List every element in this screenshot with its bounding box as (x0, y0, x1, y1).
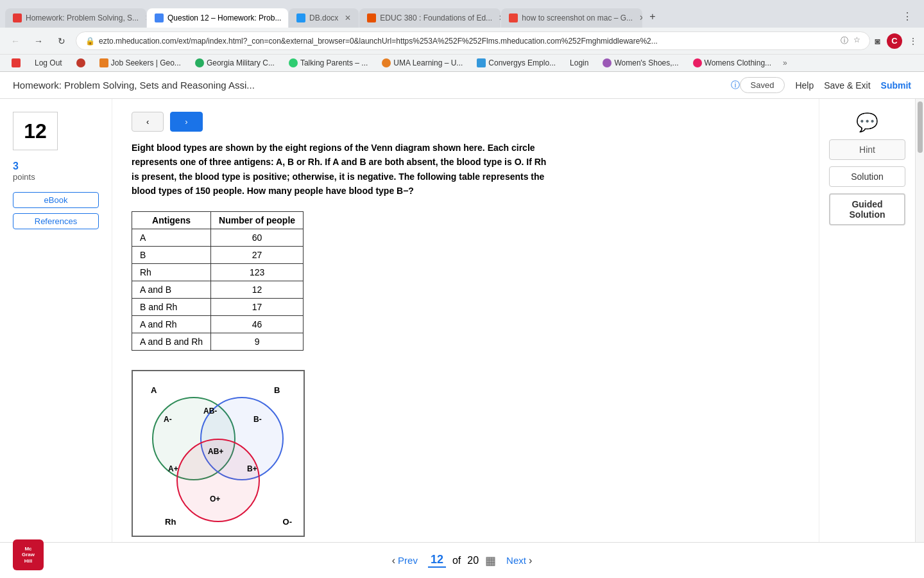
page-info: 12 of 20 ▦ (428, 553, 496, 568)
ebook-link[interactable]: eBook (13, 192, 99, 208)
bookmark-georgia[interactable]: Georgia Military C... (190, 57, 280, 69)
tab-close-5[interactable]: ✕ (639, 13, 642, 22)
tab-close-3[interactable]: ✕ (345, 13, 351, 22)
grid-view-icon[interactable]: ▦ (485, 554, 496, 568)
bookmark-womens-shoes[interactable]: Women's Shoes,... (597, 57, 683, 69)
right-sidebar: 💬 Hint Solution Guided Solution (819, 99, 915, 568)
bookmarks-more[interactable]: » (783, 58, 787, 67)
current-page: 12 (428, 553, 446, 568)
help-link[interactable]: Help (795, 80, 814, 91)
region-bminus: B- (253, 415, 262, 424)
browser-chrome: Homework: Problem Solving, S... ✕ Questi… (0, 0, 924, 72)
profile-icon[interactable]: C (887, 33, 902, 49)
address-text: ezto.mheducation.com/ext/map/index.html?… (99, 37, 837, 46)
antigen-b-label: B (132, 246, 211, 263)
browser-tab-2[interactable]: Question 12 – Homework: Prob... ✕ (147, 8, 288, 28)
references-link[interactable]: References (13, 213, 99, 229)
saved-button[interactable]: Saved (740, 77, 785, 93)
next-link[interactable]: Next (506, 555, 526, 566)
scroll-thumb (918, 101, 923, 153)
lock-icon: 🔒 (85, 37, 95, 46)
browser-tab-5[interactable]: how to screenshot on mac – G... ✕ (501, 8, 642, 28)
bookmark-logout[interactable]: Log Out (30, 57, 67, 69)
app-title: Homework: Problem Solving, Sets and Reas… (13, 80, 726, 91)
antigen-rh-label: Rh (132, 263, 211, 281)
logo-line2: Graw (22, 552, 35, 558)
question-panel: ‹ › Eight blood types are shown by the e… (112, 99, 819, 568)
bookmark-jobseekers[interactable]: Job Seekers | Geo... (94, 57, 186, 69)
bookmark-jobseekers-label: Job Seekers | Geo... (111, 58, 181, 67)
browser-right: ◙ C ⋮ (875, 33, 918, 49)
antigen-a-count: 60 (211, 229, 304, 246)
bookmark-uma-label: UMA Learning – U... (393, 58, 463, 67)
antigen-abrh-count: 9 (211, 333, 304, 350)
venn-label-b: B (274, 385, 280, 395)
bookmark-womens-clothing[interactable]: Womens Clothing... (688, 57, 777, 69)
right-scrollbar[interactable] (915, 99, 924, 568)
tab-icon-1 (13, 13, 22, 22)
mcgraw-hill-logo: Mc Graw Hill (13, 539, 44, 570)
forward-button[interactable]: → (30, 32, 47, 50)
reload-button[interactable]: ↻ (53, 32, 71, 50)
venn-diagram: A B Rh O- A- AB- B- AB+ A+ B+ O+ (132, 370, 305, 537)
top-prev-button[interactable]: ‹ (132, 112, 164, 132)
prev-link[interactable]: Prev (398, 555, 418, 566)
antigen-ab-label: A and B (132, 281, 211, 298)
new-tab-button[interactable]: + (643, 6, 662, 28)
tab-icon-4 (367, 13, 376, 22)
hint-button[interactable]: Hint (829, 139, 905, 160)
table-header-antigens: Antigens (132, 211, 211, 229)
save-exit-button[interactable]: Save & Exit (824, 80, 870, 91)
bookmark-fs[interactable] (6, 57, 26, 69)
tab-bar-menu[interactable]: ⋮ (896, 5, 919, 28)
address-box[interactable]: 🔒 ezto.mheducation.com/ext/map/index.htm… (76, 31, 870, 50)
tab-icon-3 (296, 13, 305, 22)
tab-label-3: DB.docx (309, 13, 338, 22)
table-header-count: Number of people (211, 211, 304, 229)
extensions-icon[interactable]: ◙ (875, 36, 880, 46)
browser-tab-1[interactable]: Homework: Problem Solving, S... ✕ (5, 8, 146, 28)
tab-close-2[interactable]: ✕ (287, 13, 288, 22)
tab-label-5: how to screenshot on mac – G... (522, 13, 633, 22)
top-nav-buttons: ‹ › (132, 112, 800, 132)
bookmark-uma[interactable]: UMA Learning – U... (377, 57, 468, 69)
info-circle-icon[interactable]: ⓘ (731, 80, 740, 91)
logo-line3: Hill (24, 558, 32, 565)
address-icons: ⓘ ☆ (841, 35, 860, 46)
next-button[interactable]: Next › (506, 555, 532, 566)
browser-tab-3[interactable]: DB.docx ✕ (289, 8, 359, 28)
footer-logo: Mc Graw Hill (13, 539, 44, 570)
solution-button[interactable]: Solution (829, 166, 905, 187)
guided-solution-button[interactable]: Guided Solution (829, 193, 905, 225)
antigen-b-count: 27 (211, 246, 304, 263)
bookmark-email[interactable] (71, 57, 90, 69)
total-pages: 20 (467, 555, 479, 566)
browser-tab-4[interactable]: EDUC 380 : Foundations of Ed... ✕ (359, 8, 501, 28)
table-row: A and Rh 46 (132, 315, 304, 333)
bookmark-login[interactable]: Login (565, 57, 594, 69)
app-header: Homework: Problem Solving, Sets and Reas… (0, 72, 924, 99)
antigen-ab-count: 12 (211, 281, 304, 298)
chat-bubble-icon: 💬 (829, 112, 905, 133)
info-icon[interactable]: ⓘ (841, 35, 848, 46)
menu-icon[interactable]: ⋮ (909, 36, 918, 46)
tab-icon-5 (509, 13, 518, 22)
points-value: 3 (13, 161, 99, 172)
tab-close-1[interactable]: ✕ (145, 13, 146, 22)
prev-button[interactable]: ‹ Prev (392, 555, 418, 566)
top-next-button[interactable]: › (170, 112, 202, 132)
tab-icon-2 (155, 13, 164, 22)
antigen-arh-count: 46 (211, 315, 304, 333)
bookmark-talking[interactable]: Talking Parents – ... (284, 57, 373, 69)
bookmark-convergys[interactable]: Convergys Emplo... (472, 57, 561, 69)
bookmark-logout-label: Log Out (35, 58, 62, 67)
bookmark-georgia-label: Georgia Military C... (207, 58, 275, 67)
header-right: Saved Help Save & Exit Submit (740, 77, 912, 93)
antigen-rh-count: 123 (211, 263, 304, 281)
prev-arrow-icon: ‹ (392, 555, 395, 566)
bookmark-womens-clothing-label: Womens Clothing... (705, 58, 772, 67)
tab-close-4[interactable]: ✕ (499, 13, 501, 22)
submit-button[interactable]: Submit (881, 80, 911, 91)
back-button[interactable]: ← (6, 32, 24, 50)
star-icon[interactable]: ☆ (853, 35, 860, 46)
